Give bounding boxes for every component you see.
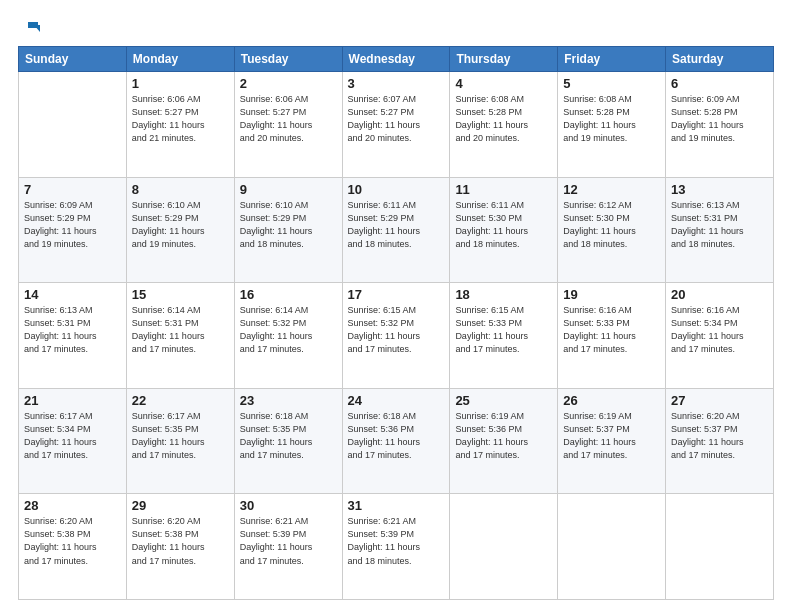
day-number: 24 — [348, 393, 445, 408]
table-row: 11Sunrise: 6:11 AM Sunset: 5:30 PM Dayli… — [450, 177, 558, 283]
column-header-monday: Monday — [126, 47, 234, 72]
column-header-wednesday: Wednesday — [342, 47, 450, 72]
logo — [18, 18, 40, 38]
day-info: Sunrise: 6:21 AM Sunset: 5:39 PM Dayligh… — [348, 515, 445, 567]
day-info: Sunrise: 6:06 AM Sunset: 5:27 PM Dayligh… — [132, 93, 229, 145]
day-info: Sunrise: 6:18 AM Sunset: 5:35 PM Dayligh… — [240, 410, 337, 462]
day-info: Sunrise: 6:15 AM Sunset: 5:33 PM Dayligh… — [455, 304, 552, 356]
day-info: Sunrise: 6:12 AM Sunset: 5:30 PM Dayligh… — [563, 199, 660, 251]
day-number: 11 — [455, 182, 552, 197]
day-info: Sunrise: 6:20 AM Sunset: 5:38 PM Dayligh… — [24, 515, 121, 567]
table-row: 13Sunrise: 6:13 AM Sunset: 5:31 PM Dayli… — [666, 177, 774, 283]
day-number: 25 — [455, 393, 552, 408]
day-number: 7 — [24, 182, 121, 197]
day-number: 1 — [132, 76, 229, 91]
table-row: 14Sunrise: 6:13 AM Sunset: 5:31 PM Dayli… — [19, 283, 127, 389]
day-info: Sunrise: 6:11 AM Sunset: 5:30 PM Dayligh… — [455, 199, 552, 251]
day-number: 10 — [348, 182, 445, 197]
day-number: 22 — [132, 393, 229, 408]
table-row — [450, 494, 558, 600]
day-number: 15 — [132, 287, 229, 302]
table-row: 24Sunrise: 6:18 AM Sunset: 5:36 PM Dayli… — [342, 388, 450, 494]
day-info: Sunrise: 6:21 AM Sunset: 5:39 PM Dayligh… — [240, 515, 337, 567]
table-row: 19Sunrise: 6:16 AM Sunset: 5:33 PM Dayli… — [558, 283, 666, 389]
column-header-tuesday: Tuesday — [234, 47, 342, 72]
day-info: Sunrise: 6:20 AM Sunset: 5:37 PM Dayligh… — [671, 410, 768, 462]
table-row: 7Sunrise: 6:09 AM Sunset: 5:29 PM Daylig… — [19, 177, 127, 283]
day-info: Sunrise: 6:13 AM Sunset: 5:31 PM Dayligh… — [24, 304, 121, 356]
day-number: 20 — [671, 287, 768, 302]
table-row: 12Sunrise: 6:12 AM Sunset: 5:30 PM Dayli… — [558, 177, 666, 283]
page: SundayMondayTuesdayWednesdayThursdayFrid… — [0, 0, 792, 612]
table-row: 31Sunrise: 6:21 AM Sunset: 5:39 PM Dayli… — [342, 494, 450, 600]
table-row: 30Sunrise: 6:21 AM Sunset: 5:39 PM Dayli… — [234, 494, 342, 600]
table-row: 27Sunrise: 6:20 AM Sunset: 5:37 PM Dayli… — [666, 388, 774, 494]
day-info: Sunrise: 6:07 AM Sunset: 5:27 PM Dayligh… — [348, 93, 445, 145]
calendar-table: SundayMondayTuesdayWednesdayThursdayFrid… — [18, 46, 774, 600]
day-number: 14 — [24, 287, 121, 302]
day-number: 16 — [240, 287, 337, 302]
day-info: Sunrise: 6:14 AM Sunset: 5:32 PM Dayligh… — [240, 304, 337, 356]
day-number: 19 — [563, 287, 660, 302]
day-info: Sunrise: 6:11 AM Sunset: 5:29 PM Dayligh… — [348, 199, 445, 251]
table-row: 10Sunrise: 6:11 AM Sunset: 5:29 PM Dayli… — [342, 177, 450, 283]
day-number: 18 — [455, 287, 552, 302]
day-info: Sunrise: 6:18 AM Sunset: 5:36 PM Dayligh… — [348, 410, 445, 462]
day-info: Sunrise: 6:19 AM Sunset: 5:36 PM Dayligh… — [455, 410, 552, 462]
column-header-friday: Friday — [558, 47, 666, 72]
table-row: 8Sunrise: 6:10 AM Sunset: 5:29 PM Daylig… — [126, 177, 234, 283]
table-row: 20Sunrise: 6:16 AM Sunset: 5:34 PM Dayli… — [666, 283, 774, 389]
day-number: 27 — [671, 393, 768, 408]
day-info: Sunrise: 6:09 AM Sunset: 5:29 PM Dayligh… — [24, 199, 121, 251]
day-number: 31 — [348, 498, 445, 513]
day-info: Sunrise: 6:10 AM Sunset: 5:29 PM Dayligh… — [240, 199, 337, 251]
day-info: Sunrise: 6:10 AM Sunset: 5:29 PM Dayligh… — [132, 199, 229, 251]
day-number: 8 — [132, 182, 229, 197]
table-row: 6Sunrise: 6:09 AM Sunset: 5:28 PM Daylig… — [666, 72, 774, 178]
header — [18, 18, 774, 38]
day-number: 2 — [240, 76, 337, 91]
day-number: 4 — [455, 76, 552, 91]
table-row: 9Sunrise: 6:10 AM Sunset: 5:29 PM Daylig… — [234, 177, 342, 283]
table-row: 15Sunrise: 6:14 AM Sunset: 5:31 PM Dayli… — [126, 283, 234, 389]
column-header-sunday: Sunday — [19, 47, 127, 72]
table-row: 28Sunrise: 6:20 AM Sunset: 5:38 PM Dayli… — [19, 494, 127, 600]
day-number: 13 — [671, 182, 768, 197]
day-info: Sunrise: 6:19 AM Sunset: 5:37 PM Dayligh… — [563, 410, 660, 462]
day-info: Sunrise: 6:17 AM Sunset: 5:35 PM Dayligh… — [132, 410, 229, 462]
table-row: 2Sunrise: 6:06 AM Sunset: 5:27 PM Daylig… — [234, 72, 342, 178]
table-row: 22Sunrise: 6:17 AM Sunset: 5:35 PM Dayli… — [126, 388, 234, 494]
table-row: 1Sunrise: 6:06 AM Sunset: 5:27 PM Daylig… — [126, 72, 234, 178]
table-row: 5Sunrise: 6:08 AM Sunset: 5:28 PM Daylig… — [558, 72, 666, 178]
day-info: Sunrise: 6:13 AM Sunset: 5:31 PM Dayligh… — [671, 199, 768, 251]
table-row: 3Sunrise: 6:07 AM Sunset: 5:27 PM Daylig… — [342, 72, 450, 178]
day-info: Sunrise: 6:08 AM Sunset: 5:28 PM Dayligh… — [455, 93, 552, 145]
day-number: 21 — [24, 393, 121, 408]
table-row: 26Sunrise: 6:19 AM Sunset: 5:37 PM Dayli… — [558, 388, 666, 494]
day-info: Sunrise: 6:09 AM Sunset: 5:28 PM Dayligh… — [671, 93, 768, 145]
table-row: 16Sunrise: 6:14 AM Sunset: 5:32 PM Dayli… — [234, 283, 342, 389]
table-row: 29Sunrise: 6:20 AM Sunset: 5:38 PM Dayli… — [126, 494, 234, 600]
day-info: Sunrise: 6:14 AM Sunset: 5:31 PM Dayligh… — [132, 304, 229, 356]
day-number: 9 — [240, 182, 337, 197]
column-header-thursday: Thursday — [450, 47, 558, 72]
svg-marker-1 — [34, 25, 40, 32]
day-number: 23 — [240, 393, 337, 408]
day-number: 28 — [24, 498, 121, 513]
table-row — [666, 494, 774, 600]
day-info: Sunrise: 6:16 AM Sunset: 5:33 PM Dayligh… — [563, 304, 660, 356]
day-info: Sunrise: 6:08 AM Sunset: 5:28 PM Dayligh… — [563, 93, 660, 145]
day-number: 30 — [240, 498, 337, 513]
table-row: 18Sunrise: 6:15 AM Sunset: 5:33 PM Dayli… — [450, 283, 558, 389]
day-number: 6 — [671, 76, 768, 91]
day-info: Sunrise: 6:20 AM Sunset: 5:38 PM Dayligh… — [132, 515, 229, 567]
table-row: 17Sunrise: 6:15 AM Sunset: 5:32 PM Dayli… — [342, 283, 450, 389]
day-number: 17 — [348, 287, 445, 302]
table-row: 25Sunrise: 6:19 AM Sunset: 5:36 PM Dayli… — [450, 388, 558, 494]
day-info: Sunrise: 6:17 AM Sunset: 5:34 PM Dayligh… — [24, 410, 121, 462]
day-number: 12 — [563, 182, 660, 197]
table-row — [19, 72, 127, 178]
column-header-saturday: Saturday — [666, 47, 774, 72]
table-row: 21Sunrise: 6:17 AM Sunset: 5:34 PM Dayli… — [19, 388, 127, 494]
logo-icon — [20, 18, 40, 38]
